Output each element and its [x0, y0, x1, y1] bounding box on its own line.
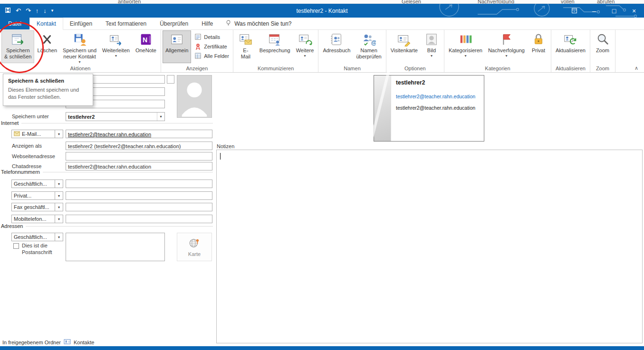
business-card-preview: testlehrer2 testlehrer2@teacher.rahn.edu…	[374, 75, 484, 142]
categorize-button[interactable]: Kategorisieren ▾	[446, 30, 485, 63]
check-names-button[interactable]: @ Namen überprüfen	[353, 30, 384, 63]
delete-button[interactable]: Löschen	[34, 30, 60, 63]
person-silhouette-icon	[177, 76, 211, 117]
quick-access-toolbar: ↶ ↷ ↑ ↓ ▾	[0, 7, 53, 14]
private-button[interactable]: Privat	[528, 30, 549, 63]
forward-button[interactable]: Weiterleiten ▾	[99, 30, 133, 63]
phone-fax-dropdown[interactable]: ▾	[55, 203, 63, 211]
picture-icon	[424, 32, 439, 47]
tab-einfuegen[interactable]: Einfügen	[63, 18, 99, 29]
minimize-button[interactable]: –	[584, 4, 604, 18]
redo-icon[interactable]: ↷	[26, 8, 31, 14]
certificates-button[interactable]: Zertifikate	[193, 42, 231, 50]
phone-home-dropdown[interactable]: ▾	[55, 191, 63, 200]
all-fields-button[interactable]: Alle Felder	[193, 52, 231, 60]
website-input[interactable]	[66, 152, 212, 161]
tab-text-formatieren[interactable]: Text formatieren	[99, 18, 153, 29]
business-card-icon	[397, 32, 411, 47]
phone-home-button[interactable]: Privat...	[11, 191, 55, 200]
save-icon[interactable]	[5, 7, 11, 14]
group-label-aktionen: Aktionen	[1, 65, 159, 72]
phone-business-dropdown[interactable]: ▾	[55, 180, 63, 188]
tab-ueberpruefen[interactable]: Überprüfen	[153, 18, 195, 29]
statusbar-folder-name: Kontakte	[74, 340, 94, 345]
name-expand-button[interactable]	[167, 75, 174, 84]
addressbook-button[interactable]: Adressbuch	[320, 30, 353, 63]
ribbon-display-options-icon[interactable]	[564, 4, 584, 18]
map-button[interactable]: Karte	[177, 233, 212, 261]
undo-icon[interactable]: ↶	[16, 8, 21, 14]
tab-hilfe[interactable]: Hilfe	[195, 18, 220, 29]
previous-item-icon[interactable]: ↑	[36, 8, 39, 14]
details-icon	[194, 33, 202, 40]
phone-fax-button[interactable]: Fax geschäftl...	[11, 203, 55, 211]
phone-mobile-dropdown[interactable]: ▾	[55, 215, 63, 223]
email-input[interactable]: testlehrer2@teacher.rahn.education	[66, 130, 212, 138]
postal-address-checkbox[interactable]	[13, 243, 19, 249]
all-fields-icon	[194, 52, 202, 59]
window-title: testlehrer2 - Kontakt	[0, 8, 644, 14]
chevron-down-icon: ▾	[304, 54, 306, 58]
group-label-optionen: Optionen	[388, 65, 442, 72]
group-label-namen: Namen	[320, 65, 384, 72]
ribbon-tab-row: Datei Kontakt Einfügen Text formatieren …	[0, 18, 644, 30]
meeting-button[interactable]: Besprechung	[257, 30, 293, 63]
window-controls: – □ ×	[564, 4, 644, 18]
collapse-ribbon-icon[interactable]: ∧	[634, 65, 638, 71]
picture-button[interactable]: Bild ▾	[421, 30, 442, 63]
phone-business-input[interactable]	[66, 180, 212, 188]
update-button[interactable]: Aktualisieren	[553, 30, 588, 63]
chevron-down-icon: ▾	[464, 54, 466, 58]
background-label-fragment: abrufen	[597, 0, 615, 4]
close-button[interactable]: ×	[624, 4, 644, 18]
more-communicate-button[interactable]: Weitere ▾	[293, 30, 317, 63]
delete-icon	[40, 32, 54, 47]
tooltip-body: Dieses Element speichern und das Fenster…	[8, 86, 88, 101]
phone-fax-input[interactable]	[66, 203, 212, 211]
onenote-icon: N	[139, 32, 153, 47]
email-icon	[239, 32, 253, 47]
save-and-new-button[interactable]: Speichern und neuer Kontakt ▾	[60, 30, 99, 63]
address-type-dropdown[interactable]: ▾	[55, 233, 63, 241]
chevron-down-icon: ▾	[115, 54, 117, 58]
address-type-button[interactable]: Geschäftlich...	[11, 233, 55, 241]
phone-home-input[interactable]	[66, 191, 212, 200]
email-button[interactable]: E- Mail	[235, 30, 257, 63]
card-email-secondary: testlehrer2@teacher.rahn.education	[396, 105, 475, 111]
svg-text:N: N	[143, 36, 147, 44]
ribbon-group-optionen: Visitenkarte Bild ▾ Optionen	[386, 30, 444, 72]
postal-address-checkbox-label: Dies ist die Postanschrift	[22, 242, 52, 256]
follow-up-button[interactable]: Nachverfolgung ▾	[485, 30, 528, 63]
contact-photo-placeholder[interactable]	[177, 75, 212, 118]
tab-datei[interactable]: Datei	[0, 18, 29, 29]
notes-textarea[interactable]	[216, 150, 643, 343]
save-new-contact-icon	[73, 32, 87, 47]
address-textarea[interactable]	[66, 233, 165, 261]
qat-customize-icon[interactable]: ▾	[51, 9, 54, 13]
check-names-icon: @	[362, 32, 376, 47]
tell-me-search[interactable]: Was möchten Sie tun?	[225, 18, 291, 29]
titlebar: ↶ ↷ ↑ ↓ ▾ testlehrer2 - Kontakt – □ ×	[0, 4, 644, 18]
details-button[interactable]: Details	[193, 33, 231, 41]
email-type-button[interactable]: E-Mail...	[11, 130, 55, 138]
globe-pin-icon	[188, 237, 201, 250]
business-card-button[interactable]: Visitenkarte	[388, 30, 421, 63]
categorize-icon	[458, 32, 472, 47]
general-view-icon	[170, 32, 184, 47]
phone-business-button[interactable]: Geschäftlich...	[11, 180, 55, 188]
maximize-button[interactable]: □	[604, 4, 624, 18]
display-as-label: Anzeigen als	[12, 143, 42, 149]
email-type-dropdown[interactable]: ▾	[55, 130, 63, 138]
phones-section-header: Telefonnummern	[1, 169, 213, 175]
tooltip-title: Speichern & schließen	[8, 78, 88, 84]
zoom-button[interactable]: Zoom	[592, 30, 614, 63]
onenote-button[interactable]: N OneNote	[133, 30, 159, 63]
phone-mobile-input[interactable]	[66, 215, 212, 223]
allgemein-toggle[interactable]: Allgemein	[163, 30, 191, 63]
tab-kontakt[interactable]: Kontakt	[29, 18, 63, 30]
phone-mobile-button[interactable]: Mobiltelefon...	[11, 215, 55, 223]
save-close-button[interactable]: Speichern & schließen	[1, 30, 34, 63]
display-as-input[interactable]: testlehrer2 (testlehrer2@teacher.rahn.ed…	[66, 142, 212, 150]
next-item-icon[interactable]: ↓	[43, 8, 47, 14]
save-close-icon	[11, 32, 25, 47]
